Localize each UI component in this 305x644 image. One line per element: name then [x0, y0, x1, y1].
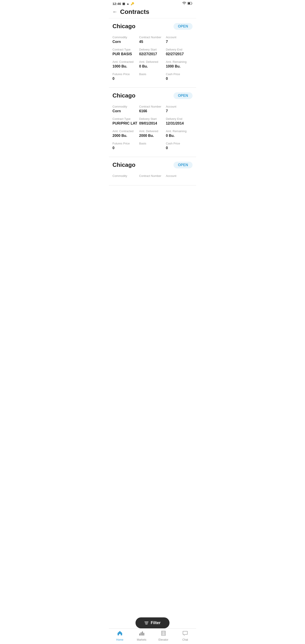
field-commodity-2: Commodity Corn	[112, 103, 139, 116]
field-basis-2: Basis	[139, 140, 166, 152]
contract-card-1: Chicago OPEN Commodity Corn Contract Num…	[109, 18, 196, 88]
fields-grid-2: Commodity Corn Contract Number 6166 Acco…	[112, 103, 192, 152]
status-badge-1[interactable]: OPEN	[174, 23, 192, 30]
sim-icon: ▩	[122, 2, 125, 5]
field-futures-price-2: Futures Price 0	[112, 140, 139, 152]
field-delivery-end-2: Delivery End 12/31/2014	[166, 116, 192, 128]
field-amt-contracted-1: Amt. Contracted 1000 Bu.	[112, 58, 139, 71]
svg-rect-1	[188, 2, 190, 4]
field-cash-price-2: Cash Price 0	[166, 140, 192, 152]
field-contract-type-2: Contract Type PUR/PRIC LAT	[112, 116, 139, 128]
field-contract-type-1: Contract Type PUR BASIS	[112, 46, 139, 58]
contract-card-2: Chicago OPEN Commodity Corn Contract Num…	[109, 88, 196, 157]
field-amt-remaining-1: Amt. Remaining 1000 Bu.	[166, 58, 192, 71]
status-bar: 12:46 ▩ ▲ 🔑	[109, 0, 196, 6]
page-title: Contracts	[120, 8, 149, 16]
status-badge-2[interactable]: OPEN	[174, 92, 192, 99]
status-time: 12:46	[112, 2, 121, 6]
contract-card-3: Chicago OPEN Commodity Contract Number A…	[109, 157, 196, 185]
field-amt-delivered-1: Amt. Delivered 0 Bu.	[139, 58, 166, 71]
field-account-1: Account 7	[166, 34, 192, 46]
field-contract-number-1: Contract Number 45	[139, 34, 166, 46]
field-amt-remaining-2: Amt. Remaining 0 Bu.	[166, 128, 192, 140]
location-name-1: Chicago	[112, 23, 136, 30]
field-delivery-end-1: Delivery End 02/27/2017	[166, 46, 192, 58]
battery-icon	[188, 2, 192, 6]
field-amt-delivered-2: Amt. Delivered 2000 Bu.	[139, 128, 166, 140]
field-contract-number-3: Contract Number	[139, 172, 166, 181]
field-account-3: Account	[166, 172, 192, 181]
wifi-icon	[182, 2, 186, 6]
field-delivery-start-1: Delivery Start 02/27/2017	[139, 46, 166, 58]
field-commodity-3: Commodity	[112, 172, 139, 181]
fields-grid-1: Commodity Corn Contract Number 45 Accoun…	[112, 34, 192, 83]
field-contract-number-2: Contract Number 6166	[139, 103, 166, 116]
fields-grid-3: Commodity Contract Number Account	[112, 172, 192, 181]
field-cash-price-1: Cash Price 0	[166, 71, 192, 83]
nav-icon: ▲	[126, 2, 129, 5]
status-badge-3[interactable]: OPEN	[174, 162, 192, 168]
field-commodity-1: Commodity Corn	[112, 34, 139, 46]
back-button[interactable]: ←	[112, 9, 118, 15]
field-basis-1: Basis	[139, 71, 166, 83]
location-name-3: Chicago	[112, 162, 136, 168]
field-futures-price-1: Futures Price 0	[112, 71, 139, 83]
contracts-list: Chicago OPEN Commodity Corn Contract Num…	[109, 18, 196, 203]
key-icon: 🔑	[130, 2, 134, 5]
card-header-3: Chicago OPEN	[112, 162, 192, 168]
field-amt-contracted-2: Amt. Contracted 2000 Bu.	[112, 128, 139, 140]
field-account-2: Account 7	[166, 103, 192, 116]
field-delivery-start-2: Delivery Start 09/01/2014	[139, 116, 166, 128]
card-header-2: Chicago OPEN	[112, 92, 192, 99]
header: ← Contracts	[109, 6, 196, 18]
card-header-1: Chicago OPEN	[112, 23, 192, 30]
location-name-2: Chicago	[112, 92, 136, 99]
